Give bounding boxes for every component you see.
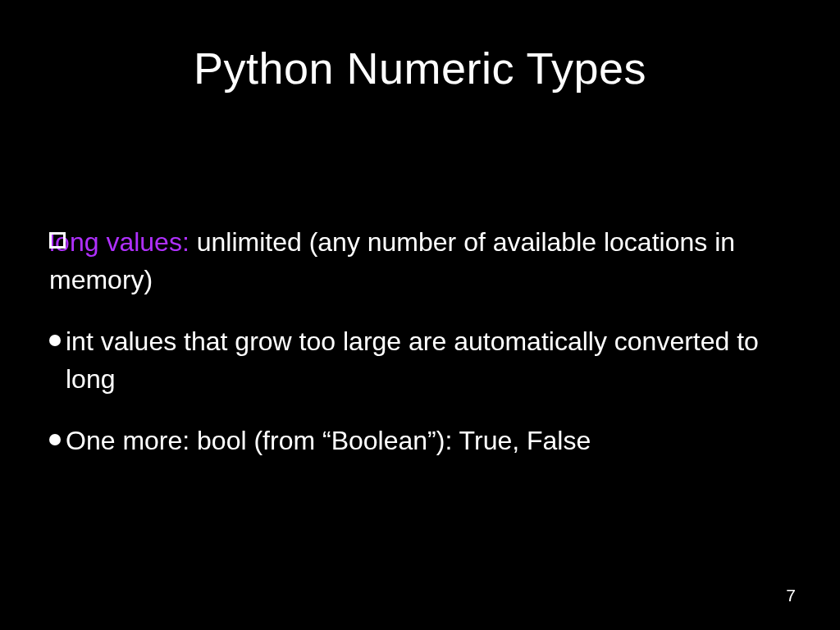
slide-title: Python Numeric Types (0, 0, 840, 94)
highlight-text: long values: (49, 227, 189, 257)
bullet-item: int values that grow too large are autom… (49, 322, 791, 399)
bullet-text: long values: unlimited (any number of av… (49, 223, 791, 299)
bullet-text: One more: bool (from “Boolean”): True, F… (66, 422, 791, 459)
bullet-item: long values: unlimited (any number of av… (49, 223, 791, 299)
slide-content: long values: unlimited (any number of av… (0, 223, 840, 459)
slide: Python Numeric Types long values: unlimi… (0, 0, 840, 630)
bullet-marker-icon (49, 335, 61, 346)
page-number: 7 (786, 586, 796, 605)
bullet-text: int values that grow too large are autom… (66, 322, 791, 399)
bullet-item: One more: bool (from “Boolean”): True, F… (49, 422, 791, 459)
bullet-marker-icon (49, 434, 61, 445)
bullet-marker-icon (49, 232, 66, 249)
